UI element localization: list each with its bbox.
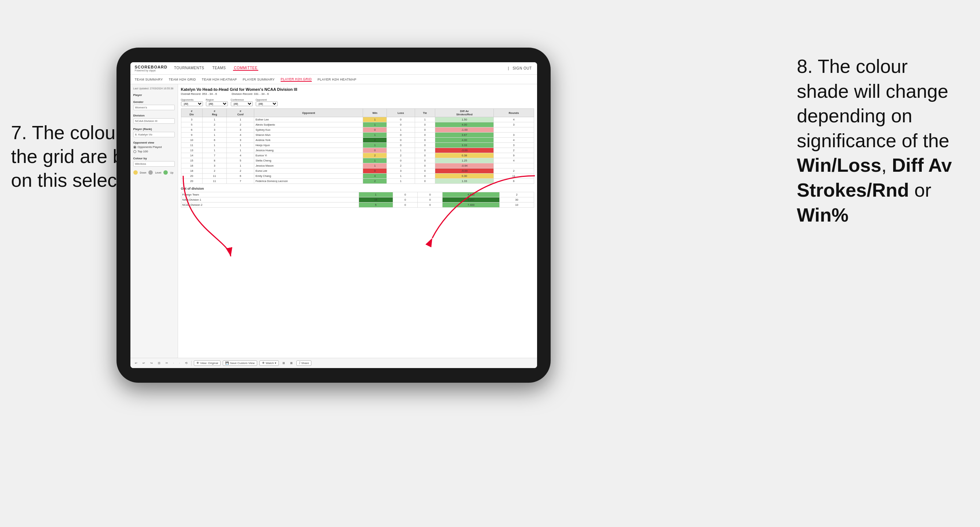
table-row: 5 2 2 Alexis Sudjianto 1 0 0 4.00 3 — [181, 122, 534, 127]
table-row: 14 7 4 Eunice Yi 2 2 0 0.38 9 — [181, 153, 534, 158]
cell-div: 13 — [181, 148, 202, 153]
cell-rounds: 9 — [494, 153, 534, 158]
logo-text: SCOREBOARD — [135, 65, 167, 69]
toolbar-share[interactable]: ⤴ Share — [296, 360, 312, 366]
cell-name: Euna Lee — [254, 168, 363, 174]
filter-opponent-select[interactable]: (All) — [256, 102, 278, 106]
cell-name: Emily Chang — [254, 174, 363, 179]
cell-div: 15 — [181, 158, 202, 163]
legend-dot-down — [134, 170, 138, 175]
filter-opponents: Opponents: (All) — [181, 98, 203, 106]
cell-conf: 2 — [227, 122, 254, 127]
sidebar-radio-top100[interactable]: Top 100 — [134, 150, 175, 153]
arrow-right-svg — [410, 165, 539, 256]
cell-diff: 3.33 — [435, 143, 494, 148]
cell-div: 16 — [181, 163, 202, 168]
sign-out-link[interactable]: Sign out — [512, 66, 532, 70]
sidebar-colour-by-select[interactable]: Win/loss — [134, 161, 175, 167]
sub-nav-team-h2h-heatmap[interactable]: TEAM H2H HEATMAP — [202, 78, 237, 81]
sub-nav-player-h2h-heatmap[interactable]: PLAYER H2H HEATMAP — [318, 78, 356, 81]
cell-win: 0 — [363, 168, 387, 174]
legend-dot-up — [163, 170, 168, 175]
cell-name: Eunice Yi — [254, 153, 363, 158]
sub-nav: TEAM SUMMARY TEAM H2H GRID TEAM H2H HEAT… — [130, 75, 537, 84]
sub-nav-team-summary[interactable]: TEAM SUMMARY — [135, 78, 163, 81]
cell-reg: 7 — [202, 153, 226, 158]
cell-loss: 2 — [387, 153, 415, 158]
cell-tie: 0 — [415, 122, 435, 127]
cell-tie: 0 — [415, 158, 435, 163]
cell-reg: 1 — [202, 148, 226, 153]
sidebar-division-section: Division NCAA Division III — [134, 114, 175, 124]
cell-tie: 0 — [415, 153, 435, 158]
cell-reg: 2 — [202, 122, 226, 127]
cell-win: 1 — [363, 122, 387, 127]
cell-name: Heejo Hyun — [254, 143, 363, 148]
legend-label-up: Up — [170, 171, 173, 174]
sidebar-division-select[interactable]: NCAA Division III — [134, 118, 175, 124]
sub-nav-player-summary[interactable]: PLAYER SUMMARY — [243, 78, 275, 81]
cell-div: 9 — [181, 133, 202, 138]
cell-loss: 1 — [387, 148, 415, 153]
toolbar-grid[interactable]: ⊡ — [156, 361, 162, 365]
filter-opponent: Opponent (All) — [256, 98, 278, 106]
sub-nav-team-h2h-grid[interactable]: TEAM H2H GRID — [169, 78, 196, 81]
nav-link-teams[interactable]: TEAMS — [212, 66, 227, 71]
cell-name: Stella Cheng — [254, 158, 363, 163]
th-conf: #Conf — [227, 109, 254, 117]
cell-loss: 0 — [387, 138, 415, 143]
toolbar-save-custom[interactable]: 💾 Save Custom View — [223, 360, 257, 366]
sidebar-gender-select[interactable]: Women's — [134, 105, 175, 110]
filter-conference-select[interactable]: (All) — [231, 102, 253, 106]
sidebar-radio-group: Opponents Played Top 100 — [134, 145, 175, 153]
toolbar-undo2[interactable]: ↩ — [141, 361, 146, 365]
sub-nav-player-h2h-grid[interactable]: PLAYER H2H GRID — [281, 77, 312, 82]
filter-opponents-select[interactable]: (All) — [181, 102, 203, 106]
nav-link-tournaments[interactable]: TOURNAMENTS — [173, 66, 205, 71]
cell-rounds: 4 — [494, 138, 534, 143]
annotation-right-text: 8. The colourshade will changedepending … — [797, 56, 952, 225]
overall-record: Overall Record: 353 - 34 - 6 — [181, 92, 217, 95]
table-row: 11 1 1 Heejo Hyun 1 0 0 3.33 3 — [181, 143, 534, 148]
cell-rounds: 4 — [494, 158, 534, 163]
cell-div: 3 — [181, 117, 202, 122]
toolbar-undo1[interactable]: ↩ — [134, 361, 139, 365]
sidebar-player-section: Player — [134, 94, 175, 97]
th-opponent: Opponent — [254, 109, 363, 117]
cell-rounds: 3 — [494, 133, 534, 138]
filter-conference: Conference (All) — [231, 98, 253, 106]
nav-link-committee[interactable]: COMMITTEE — [233, 66, 258, 71]
toolbar-watch[interactable]: 👁 Watch ▾ — [259, 360, 279, 366]
cell-diff: 1.25 — [435, 158, 494, 163]
toolbar-icon1[interactable]: ⊞ — [281, 361, 286, 365]
toolbar-divider — [191, 361, 192, 366]
ood-cell-win: 1 — [359, 192, 393, 197]
cell-conf: 1 — [227, 143, 254, 148]
toolbar-icon2[interactable]: ⊠ — [289, 361, 294, 365]
toolbar-view-original[interactable]: 👁 View: Original — [194, 360, 221, 366]
filter-region-select[interactable]: (All) — [206, 102, 228, 106]
radio-label-opponents-played: Opponents Played — [138, 145, 162, 149]
cell-diff: 1.50 — [435, 117, 494, 122]
cell-rounds: 3 — [494, 122, 534, 127]
legend-label-level: Level — [155, 171, 161, 174]
toolbar-cut[interactable]: ✂ — [164, 361, 170, 365]
cell-win: 2 — [363, 153, 387, 158]
legend-area: Down Level Up — [134, 170, 175, 175]
th-div: #Div — [181, 109, 202, 117]
sidebar: Last Updated: 27/03/2024 16:55:38 Player… — [130, 84, 178, 358]
table-row: 13 1 1 Jessica Huang 0 1 0 -3.00 2 — [181, 148, 534, 153]
cell-div: 11 — [181, 143, 202, 148]
th-tie: Tie — [415, 109, 435, 117]
toolbar-redo[interactable]: ↪ — [149, 361, 154, 365]
cell-tie: 0 — [415, 143, 435, 148]
division-record: Division Record: 331 - 34 - 6 — [232, 92, 269, 95]
cell-div: 14 — [181, 153, 202, 158]
toolbar-dot1[interactable]: · — [172, 361, 175, 365]
toolbar-dot2[interactable]: · — [178, 361, 181, 365]
toolbar-refresh[interactable]: ⟲ — [183, 361, 189, 365]
cell-reg: 8 — [202, 158, 226, 163]
cell-name: Esther Lee — [254, 117, 363, 122]
sidebar-radio-opponents-played[interactable]: Opponents Played — [134, 145, 175, 149]
sidebar-player-rank-select[interactable]: 8. Katelyn Vo — [134, 132, 175, 137]
